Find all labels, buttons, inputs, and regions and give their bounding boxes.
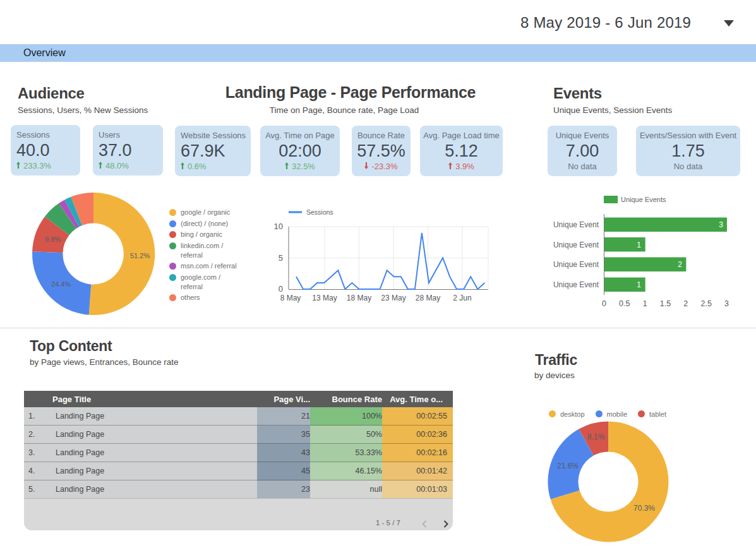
svg-text:13 May: 13 May xyxy=(312,294,337,302)
svg-text:1: 1 xyxy=(643,299,647,308)
svg-text:1: 1 xyxy=(637,280,641,289)
svg-text:0.5: 0.5 xyxy=(619,299,630,308)
svg-text:5: 5 xyxy=(279,253,283,263)
svg-text:51.2%: 51.2% xyxy=(130,252,150,259)
svg-text:23 May: 23 May xyxy=(381,294,405,302)
svg-text:0: 0 xyxy=(279,284,283,294)
svg-text:18 May: 18 May xyxy=(347,294,371,302)
svg-text:24.4%: 24.4% xyxy=(51,280,71,288)
svg-text:9.8%: 9.8% xyxy=(45,235,61,243)
svg-text:8 May: 8 May xyxy=(280,294,301,302)
svg-text:3: 3 xyxy=(719,220,723,229)
svg-text:2.5: 2.5 xyxy=(701,299,712,308)
svg-text:28 May: 28 May xyxy=(416,294,440,302)
svg-text:70.3%: 70.3% xyxy=(633,504,655,513)
svg-text:2: 2 xyxy=(683,299,688,308)
svg-text:Unique Event: Unique Event xyxy=(553,220,599,229)
svg-text:0: 0 xyxy=(602,299,606,308)
svg-text:21.6%: 21.6% xyxy=(557,462,579,470)
svg-text:10: 10 xyxy=(274,222,283,231)
svg-text:Unique Event: Unique Event xyxy=(553,260,599,269)
svg-text:3: 3 xyxy=(724,299,729,308)
svg-text:2 Jun: 2 Jun xyxy=(453,294,471,302)
svg-text:1.5: 1.5 xyxy=(660,299,671,308)
svg-text:Unique Event: Unique Event xyxy=(553,241,599,249)
svg-text:Sessions: Sessions xyxy=(306,208,333,216)
svg-text:Unique Event: Unique Event xyxy=(553,280,599,289)
svg-text:2: 2 xyxy=(678,260,682,269)
svg-text:1: 1 xyxy=(637,241,641,249)
svg-text:8.1%: 8.1% xyxy=(587,432,605,441)
svg-text:Unique Events: Unique Events xyxy=(621,196,666,203)
